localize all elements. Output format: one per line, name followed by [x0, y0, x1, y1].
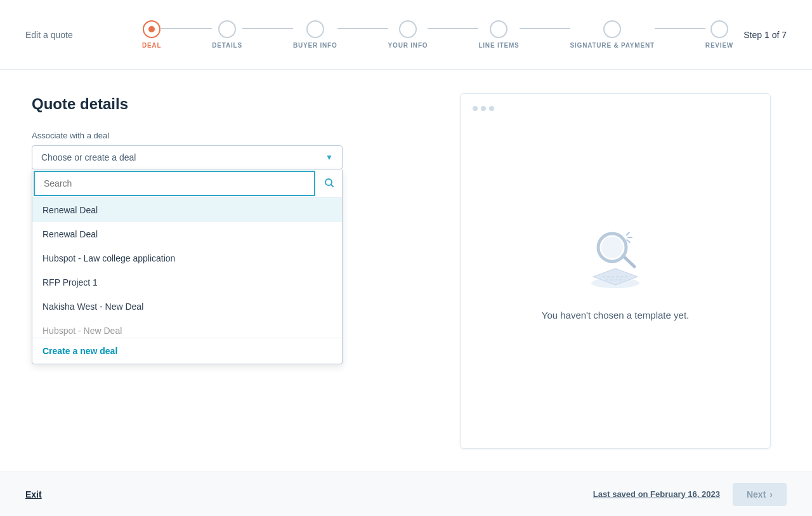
dropdown-placeholder: Choose or create a deal [41, 152, 136, 162]
step-circle-signature-payment [603, 20, 621, 38]
deal-item-6: Hubspot - New Deal [32, 319, 342, 338]
svg-point-6 [601, 237, 623, 258]
step-connector-3 [337, 28, 388, 29]
deal-item-2[interactable]: Renewal Deal [32, 222, 342, 246]
step-details[interactable]: DETAILS [212, 20, 242, 49]
preview-dot-1 [473, 106, 478, 111]
svg-line-4 [623, 256, 634, 267]
step-line-items[interactable]: LINE ITEMS [478, 20, 519, 49]
svg-line-1 [331, 184, 334, 187]
right-panel: You haven't chosen a template yet. [419, 70, 812, 472]
step-circle-line-items [490, 20, 508, 38]
step-label-line-items: LINE ITEMS [478, 42, 519, 49]
step-indicator: Step 1 of 7 [743, 30, 787, 40]
last-saved-label: Last saved on February 16, 2023 [593, 489, 720, 499]
step-label-details: DETAILS [212, 42, 242, 49]
deal-item-1[interactable]: Renewal Deal [32, 198, 342, 222]
next-arrow-icon: › [769, 489, 773, 499]
template-preview-card: You haven't chosen a template yet. [460, 93, 771, 449]
step-label-signature-payment: SIGNATURE & PAYMENT [570, 42, 655, 49]
svg-line-7 [627, 232, 629, 235]
step-label-review: REVIEW [705, 42, 733, 49]
preview-dot-3 [489, 106, 494, 111]
step-buyer-info[interactable]: BUYER INFO [293, 20, 337, 49]
step-circle-your-info [399, 20, 417, 38]
no-template-message: You haven't chosen a template yet. [542, 310, 689, 321]
footer-right: Last saved on February 16, 2023 Next › [593, 483, 787, 506]
no-template-illustration [577, 221, 653, 297]
step-your-info[interactable]: YOUR INFO [388, 20, 428, 49]
associate-label: Associate with a deal [32, 131, 387, 140]
preview-window-dots [473, 106, 494, 111]
preview-card-body: You haven't chosen a template yet. [460, 93, 771, 449]
search-input[interactable] [34, 171, 315, 196]
search-box [32, 169, 342, 198]
step-label-deal: DEAL [142, 42, 161, 49]
chevron-down-icon: ▼ [325, 153, 333, 162]
step-signature-payment[interactable]: SIGNATURE & PAYMENT [570, 20, 655, 49]
svg-line-9 [627, 240, 630, 242]
exit-button[interactable]: Exit [25, 489, 42, 499]
deal-dropdown-trigger[interactable]: Choose or create a deal ▼ [32, 145, 343, 169]
step-connector-1 [161, 28, 212, 29]
next-button[interactable]: Next › [733, 483, 787, 506]
step-circle-details [218, 20, 236, 38]
stepper: DEAL DETAILS BUYER INFO YOUR INFO LINE I… [89, 20, 787, 49]
main-content: Quote details Associate with a deal Choo… [0, 70, 812, 472]
step-label-buyer-info: BUYER INFO [293, 42, 337, 49]
step-circle-deal [143, 20, 160, 38]
edit-quote-label: Edit a quote [25, 30, 89, 40]
step-connector-6 [655, 28, 705, 29]
preview-dot-2 [481, 106, 486, 111]
step-connector-5 [520, 28, 570, 29]
search-icon [317, 171, 342, 196]
page-title: Quote details [32, 95, 387, 113]
step-deal[interactable]: DEAL [142, 20, 161, 49]
create-new-deal-button[interactable]: Create a new deal [32, 338, 342, 364]
step-review[interactable]: REVIEW [705, 20, 733, 49]
top-nav: Edit a quote DEAL DETAILS BUYER INFO YOU… [0, 0, 812, 70]
left-panel: Quote details Associate with a deal Choo… [0, 70, 419, 472]
deal-dropdown-panel: Renewal Deal Renewal Deal Hubspot - Law … [32, 169, 343, 364]
footer: Exit Last saved on February 16, 2023 Nex… [0, 472, 812, 516]
step-circle-buyer-info [306, 20, 324, 38]
step-connector-2 [242, 28, 293, 29]
deal-item-5[interactable]: Nakisha West - New Deal [32, 294, 342, 319]
step-circle-review [710, 20, 728, 38]
deal-list: Renewal Deal Renewal Deal Hubspot - Law … [32, 198, 342, 338]
step-label-your-info: YOUR INFO [388, 42, 428, 49]
deal-item-3[interactable]: Hubspot - Law college application [32, 246, 342, 270]
step-connector-4 [428, 28, 478, 29]
deal-item-4[interactable]: RFP Project 1 [32, 270, 342, 294]
